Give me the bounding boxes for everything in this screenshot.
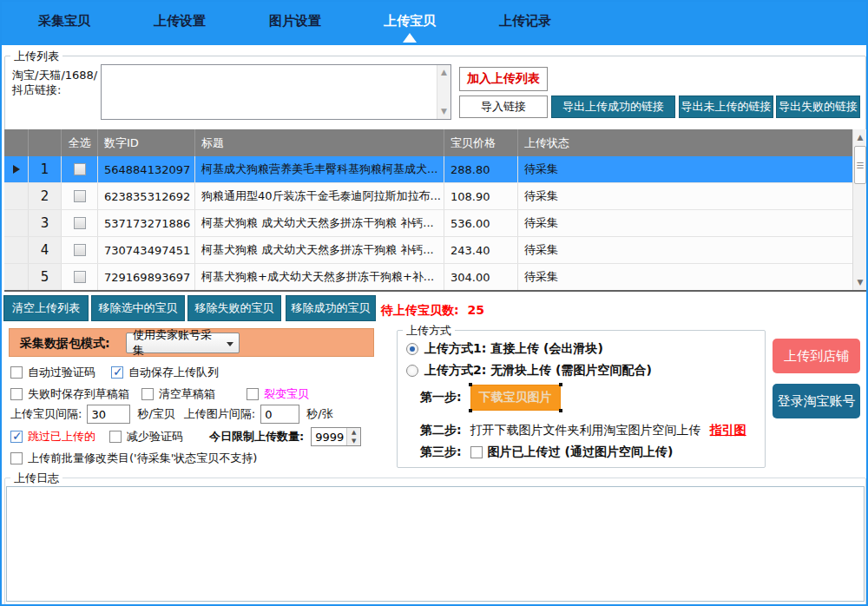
scroll-down-icon[interactable]: ▼ — [437, 105, 450, 118]
item-interval-unit: 秒/宝贝 — [137, 406, 174, 422]
scroll-down-icon[interactable]: ▼ — [853, 275, 867, 289]
upload-list-group-title: 上传列表 — [10, 49, 62, 64]
row-checkbox[interactable] — [74, 163, 86, 175]
cell-numeric-id: 564884132097 — [98, 156, 195, 182]
download-item-images-button[interactable]: 下载宝贝图片 — [470, 385, 561, 411]
checkbox-auto-captcha[interactable] — [10, 366, 23, 379]
chevron-down-icon — [227, 342, 233, 346]
cell-title: 柯基犬狗粮 成犬幼犬天然多拼冻干狗粮 补钙... — [195, 237, 444, 263]
cell-upload-status: 待采集 — [518, 237, 852, 263]
remove-failed-items-button[interactable]: 移除失败的宝贝 — [187, 295, 281, 321]
table-row[interactable]: 3 537173271886 柯基犬狗粮 成犬幼犬天然多拼冻干狗粮 补钙... … — [4, 210, 852, 237]
checkbox-save-draft-on-fail[interactable] — [10, 388, 23, 400]
checkbox-auto-captcha-label: 自动过验证码 — [28, 365, 95, 380]
remove-selected-items-button[interactable]: 移除选中的宝贝 — [91, 295, 185, 321]
radio-upload-method-1[interactable] — [406, 343, 418, 355]
datapack-mode-select[interactable]: 使用卖家账号采集 — [126, 333, 240, 353]
row-number: 1 — [29, 156, 62, 182]
row-number: 5 — [29, 264, 62, 290]
row-number: 4 — [29, 237, 62, 263]
header-price[interactable]: 宝贝价格 — [444, 129, 518, 156]
upload-to-shop-button[interactable]: 上传到店铺 — [773, 339, 860, 373]
links-label: 淘宝/天猫/1688/ 抖店链接: — [12, 68, 97, 97]
upload-log-output[interactable] — [6, 486, 865, 602]
links-input[interactable] — [102, 65, 437, 119]
tab-upload-items[interactable]: 上传宝贝 — [371, 13, 449, 30]
scroll-up-icon[interactable]: ▲ — [853, 130, 867, 144]
checkbox-clear-draft[interactable] — [141, 388, 154, 400]
guide-image-link[interactable]: 指引图 — [710, 423, 746, 438]
cell-title: 柯基犬狗粮+成犬幼犬天然多拼冻干狗粮+补... — [195, 264, 444, 290]
export-not-uploaded-links-button[interactable]: 导出未上传的链接 — [679, 96, 773, 118]
tab-image-settings[interactable]: 图片设置 — [256, 13, 334, 30]
header-numeric-id[interactable]: 数字ID — [98, 129, 195, 156]
checkbox-batch-modify-category-label: 上传前批量修改类目('待采集'状态宝贝不支持) — [28, 451, 257, 466]
checkbox-fission-item-label: 裂变宝贝 — [264, 386, 309, 402]
add-to-upload-list-button[interactable]: 加入上传列表 — [459, 67, 548, 91]
links-scrollbar[interactable]: ▲ ▼ — [437, 65, 450, 119]
radio-upload-method-2[interactable] — [406, 365, 418, 377]
cell-upload-status: 待采集 — [518, 264, 852, 290]
export-failed-links-button[interactable]: 导出失败的链接 — [776, 96, 860, 118]
step2-instruction: 打开下载图片文件夹利用淘宝图片空间上传 — [470, 423, 701, 438]
resize-handle-icon — [559, 409, 562, 412]
top-tab-bar: 采集宝贝 上传设置 图片设置 上传宝贝 上传记录 — [2, 2, 866, 45]
header-upload-status[interactable]: 上传状态 — [518, 129, 852, 156]
table-scrollbar[interactable]: ▲ ☰ ▼ — [852, 129, 867, 290]
checkbox-less-captcha[interactable] — [109, 431, 122, 443]
table-row[interactable]: 2 623835312692 狗粮通用型40斤装冻干金毛泰迪阿拉斯加拉布... … — [4, 183, 852, 210]
item-interval-input[interactable] — [87, 405, 130, 424]
upload-method-group: 上传方式 上传方式1: 直接上传 (会出滑块) 上传方式2: 无滑块上传 (需图… — [397, 330, 766, 468]
table-row[interactable]: 1 564884132097 柯基成犬狗粮营养美毛丰臀科基狗粮柯基成犬... 2… — [4, 156, 852, 183]
row-checkbox[interactable] — [74, 244, 86, 256]
item-interval-label: 上传宝贝间隔: — [10, 406, 82, 422]
pending-upload-count: 待上传宝贝数:25 — [381, 303, 484, 319]
table-row[interactable]: 4 730743497451 柯基犬狗粮 成犬幼犬天然多拼冻干狗粮 补钙... … — [4, 237, 852, 264]
checkbox-images-already-uploaded[interactable] — [470, 446, 483, 458]
scrollbar-thumb[interactable]: ☰ — [854, 146, 866, 184]
remove-success-items-button[interactable]: 移除成功的宝贝 — [286, 295, 376, 321]
cell-upload-status: 待采集 — [518, 183, 852, 209]
radio-upload-method-2-label: 上传方式2: 无滑块上传 (需图片空间配合) — [424, 363, 652, 379]
clear-upload-list-button[interactable]: 清空上传列表 — [3, 295, 89, 321]
row-checkbox[interactable] — [74, 271, 86, 283]
checkbox-batch-modify-category[interactable] — [10, 452, 23, 464]
image-interval-input[interactable] — [260, 405, 299, 424]
step1-label: 第一步: — [420, 390, 462, 405]
row-checkbox[interactable] — [74, 190, 86, 202]
cell-price: 243.40 — [444, 237, 518, 263]
checkbox-skip-uploaded[interactable] — [10, 431, 23, 443]
header-select-all[interactable]: 全选 — [62, 129, 98, 156]
header-title[interactable]: 标题 — [195, 129, 444, 156]
cell-title: 狗粮通用型40斤装冻干金毛泰迪阿拉斯加拉布... — [195, 183, 444, 209]
checkbox-less-captcha-label: 减少验证码 — [127, 429, 183, 445]
scroll-up-icon[interactable]: ▲ — [437, 66, 450, 79]
cell-upload-status: 待采集 — [518, 156, 852, 182]
datapack-mode-value: 使用卖家账号采集 — [133, 327, 221, 359]
cell-numeric-id: 729169893697 — [98, 264, 195, 290]
stepper-down-icon[interactable]: ▼ — [347, 437, 360, 445]
table-header-row: 全选 数字ID 标题 宝贝价格 上传状态 — [4, 129, 852, 156]
tab-collect-items[interactable]: 采集宝贝 — [25, 13, 103, 30]
upload-method-group-title: 上传方式 — [403, 323, 455, 339]
checkbox-fission-item[interactable] — [247, 388, 259, 400]
row-number: 3 — [29, 210, 62, 236]
import-links-button[interactable]: 导入链接 — [459, 96, 548, 118]
checkbox-save-draft-on-fail-label: 失败时保存到草稿箱 — [28, 386, 129, 402]
export-success-links-button[interactable]: 导出上传成功的链接 — [551, 96, 675, 118]
cell-title: 柯基成犬狗粮营养美毛丰臀科基狗粮柯基成犬... — [195, 156, 444, 182]
app-window: 采集宝贝 上传设置 图片设置 上传宝贝 上传记录 上传列表 淘宝/天猫/1688… — [0, 0, 868, 606]
pending-upload-count-value: 25 — [468, 303, 484, 317]
table-row[interactable]: 5 729169893697 柯基犬狗粮+成犬幼犬天然多拼冻干狗粮+补... 3… — [4, 264, 852, 290]
login-taobao-account-button[interactable]: 登录淘宝账号 — [773, 384, 860, 418]
resize-handle-icon — [469, 383, 472, 386]
step3-label: 第三步: — [420, 445, 462, 460]
stepper-up-icon[interactable]: ▲ — [347, 428, 360, 437]
checkbox-auto-save-queue[interactable] — [111, 366, 123, 379]
tab-upload-settings[interactable]: 上传设置 — [141, 13, 219, 30]
tab-upload-records[interactable]: 上传记录 — [486, 13, 564, 30]
cell-price: 108.90 — [444, 183, 518, 209]
row-checkbox[interactable] — [74, 217, 86, 229]
image-interval-label: 上传图片间隔: — [184, 406, 255, 422]
datapack-mode-panel: 采集数据包模式: 使用卖家账号采集 — [9, 328, 374, 357]
